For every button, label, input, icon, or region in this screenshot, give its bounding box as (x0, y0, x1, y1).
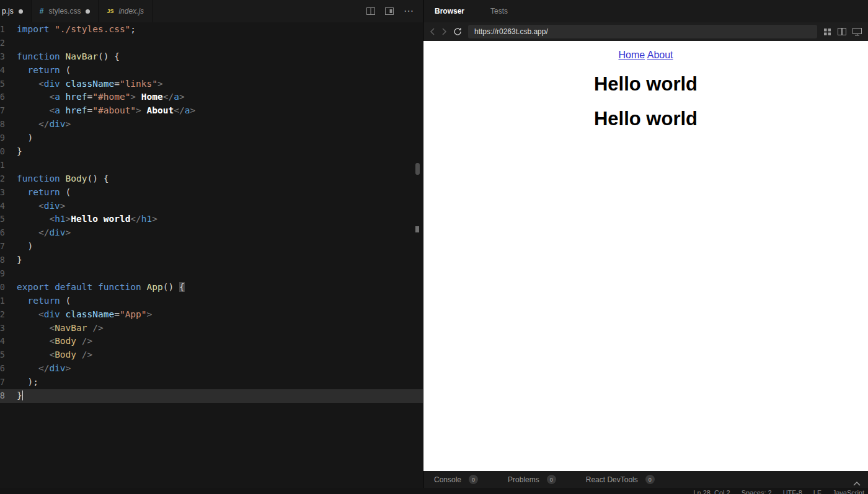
line-number: 20 (0, 281, 5, 294)
code-line[interactable]: 24 <Body /> (0, 335, 423, 348)
line-number: 25 (0, 348, 5, 362)
code-line[interactable]: 13 return ( (0, 186, 423, 200)
tab-index-js[interactable]: JS index.js (99, 0, 153, 22)
line-number: 6 (0, 90, 5, 104)
console-label: Console (434, 475, 461, 484)
editor-actions: ⋯ (366, 0, 423, 22)
link-about[interactable]: About (647, 50, 673, 60)
tab-app-js[interactable]: p.js (0, 0, 32, 22)
code-line[interactable]: 25 <Body /> (0, 348, 423, 362)
code-line[interactable]: 19 (0, 267, 423, 281)
code-line[interactable]: 14 <div> (0, 200, 423, 213)
line-number: 1 (0, 23, 5, 37)
tab-browser[interactable]: Browser (435, 7, 464, 15)
problems-tab[interactable]: Problems 0 (508, 475, 556, 484)
code-line[interactable]: 3function NavBar() { (0, 50, 423, 64)
line-number: 16 (0, 226, 5, 240)
line-number: 23 (0, 322, 5, 335)
code-line[interactable]: 20export default function App() { (0, 281, 423, 294)
refresh-icon[interactable] (453, 27, 462, 36)
url-input[interactable]: https://r0263t.csb.app/ (468, 25, 817, 38)
code-line[interactable]: 7 <a href="#about"> About</a> (0, 104, 423, 118)
problems-badge: 0 (547, 475, 556, 484)
css-file-icon: # (40, 7, 44, 15)
code-line[interactable]: 2 (0, 37, 423, 50)
line-number: 27 (0, 376, 5, 389)
preview-heading: Hello world (423, 73, 868, 95)
line-number: 15 (0, 213, 5, 226)
code-line[interactable]: 17 ) (0, 240, 423, 254)
line-number: 21 (0, 294, 5, 308)
code-line[interactable]: 26 </div> (0, 362, 423, 376)
line-number: 7 (0, 104, 5, 118)
code-line[interactable]: 28} (0, 389, 423, 403)
code-line[interactable]: 18} (0, 254, 423, 267)
status-indentation[interactable]: Spaces: 2 (742, 489, 772, 494)
tab-label: p.js (2, 7, 14, 15)
line-number: 11 (0, 159, 5, 172)
code-line[interactable]: 1import "./styles.css"; (0, 23, 423, 37)
line-number: 24 (0, 335, 5, 348)
modified-dot (19, 9, 23, 14)
line-number: 13 (0, 186, 5, 200)
browser-navbar: https://r0263t.csb.app/ (423, 22, 868, 41)
tab-styles-css[interactable]: # styles.css (32, 0, 99, 22)
code-line[interactable]: 12function Body() { (0, 172, 423, 186)
grid-icon[interactable] (823, 28, 831, 36)
editor-tab-bar: p.js # styles.css JS index.js (0, 0, 423, 22)
code-line[interactable]: 10} (0, 145, 423, 159)
browser-pane: Browser Tests https://r0263t.csb.app/ (423, 0, 868, 488)
line-number: 18 (0, 254, 5, 267)
tab-tests[interactable]: Tests (490, 7, 508, 15)
code-line[interactable]: 11 (0, 159, 423, 172)
scrollbar-thumb[interactable] (415, 163, 420, 175)
code-line[interactable]: 16 </div> (0, 226, 423, 240)
more-actions-icon[interactable]: ⋯ (404, 6, 414, 16)
status-language[interactable]: JavaScript (833, 489, 864, 494)
tab-label: index.js (118, 7, 144, 15)
line-number: 26 (0, 362, 5, 376)
code-line[interactable]: 15 <h1>Hello world</h1> (0, 213, 423, 226)
status-encoding[interactable]: UTF-8 (783, 489, 802, 494)
line-number: 12 (0, 172, 5, 186)
split-view-icon[interactable] (838, 28, 846, 35)
forward-icon[interactable] (441, 27, 447, 36)
chevron-up-icon[interactable] (853, 477, 861, 488)
responsive-mode-icon[interactable] (852, 28, 862, 36)
code-line[interactable]: 22 <div className="App"> (0, 308, 423, 322)
line-number: 9 (0, 131, 5, 145)
line-number: 19 (0, 267, 5, 281)
link-home[interactable]: Home (618, 50, 645, 60)
overview-ruler-mark (415, 226, 419, 232)
line-number: 8 (0, 118, 5, 131)
code-line[interactable]: 27 ); (0, 376, 423, 389)
console-badge: 0 (469, 475, 478, 484)
console-tab[interactable]: Console 0 (434, 475, 478, 484)
line-number: 17 (0, 240, 5, 254)
preview-tab-bar: Browser Tests (423, 0, 868, 22)
line-number: 5 (0, 77, 5, 91)
code-line[interactable]: 23 <NavBar /> (0, 322, 423, 335)
code-line[interactable]: 21 return ( (0, 294, 423, 308)
code-line[interactable]: 6 <a href="#home"> Home</a> (0, 90, 423, 104)
code-line[interactable]: 8 </div> (0, 118, 423, 131)
status-line-col[interactable]: Ln 28, Col 2 (693, 489, 730, 494)
preview-heading: Hello world (423, 108, 868, 130)
react-devtools-label: React DevTools (586, 475, 638, 484)
status-bar: Ln 28, Col 2 Spaces: 2 UTF-8 LF JavaScri… (0, 488, 868, 494)
react-devtools-tab[interactable]: React DevTools 0 (586, 475, 655, 484)
status-eol[interactable]: LF (813, 489, 822, 494)
line-number: 4 (0, 64, 5, 77)
back-icon[interactable] (430, 27, 435, 36)
split-editor-icon[interactable] (366, 7, 375, 15)
problems-label: Problems (508, 475, 539, 484)
code-line[interactable]: 9 ) (0, 131, 423, 145)
nav-links: Home About (423, 49, 868, 61)
code-line[interactable]: 4 return ( (0, 64, 423, 77)
line-number: 2 (0, 37, 5, 50)
main-area: p.js # styles.css JS index.js (0, 0, 868, 488)
editor-layout-icon[interactable] (385, 7, 394, 15)
line-number: 3 (0, 50, 5, 64)
code-line[interactable]: 5 <div className="links"> (0, 77, 423, 91)
code-editor[interactable]: 1import "./styles.css";23function NavBar… (0, 22, 423, 488)
